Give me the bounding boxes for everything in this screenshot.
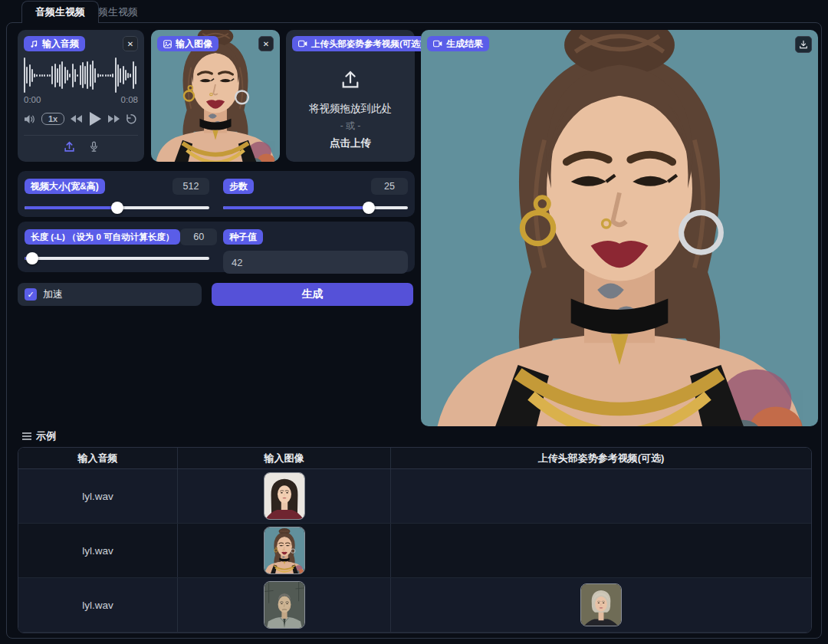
image-close-button[interactable]: ✕ — [258, 36, 274, 51]
audio-time-end: 0:08 — [121, 95, 138, 104]
result-label: 生成结果 — [446, 38, 483, 49]
play-button[interactable] — [89, 112, 101, 126]
accelerate-panel: ✓ 加速 — [18, 283, 202, 306]
slider-row-length-seed: 长度 (-L) （设为 0 可自动计算长度） 60 种子值 42 — [18, 222, 415, 272]
length-slider-handle[interactable] — [26, 252, 38, 264]
example-image-thumbnail[interactable] — [264, 527, 305, 574]
waveform[interactable] — [24, 57, 138, 94]
video-camera-icon — [433, 40, 442, 48]
steps-slider-handle[interactable] — [363, 202, 375, 214]
example-row-3[interactable]: lyl.wav — [18, 578, 811, 632]
pose-video-dropzone[interactable]: 将视频拖放到此处 - 或 - 点击上传 — [286, 70, 415, 150]
steps-badge: 步数 — [223, 179, 254, 194]
examples-table: 输入音频 输入图像 上传头部姿势参考视频(可选) lyl.wav lyl.wav… — [18, 447, 812, 633]
skip-forward-icon[interactable] — [107, 114, 120, 123]
steps-slider[interactable] — [223, 206, 408, 209]
audio-input-label: 输入音频 — [42, 38, 79, 49]
examples-title-text: 示例 — [36, 429, 56, 443]
microphone-icon[interactable] — [89, 141, 99, 153]
result-panel: 生成结果 — [421, 30, 818, 426]
image-icon — [163, 40, 172, 48]
upload-audio-icon[interactable] — [64, 141, 75, 153]
example-image-thumbnail[interactable] — [264, 581, 305, 629]
volume-icon[interactable] — [24, 114, 35, 124]
seed-badge: 种子值 — [223, 229, 263, 245]
skip-back-icon[interactable] — [71, 114, 83, 123]
steps-block: 步数 25 — [223, 178, 408, 210]
playback-speed-button[interactable]: 1x — [41, 113, 64, 125]
trim-undo-icon[interactable] — [126, 114, 136, 124]
column-header-video: 上传头部姿势参考视频(可选) — [391, 448, 811, 468]
pose-video-upload-panel: 上传头部姿势参考视频(可选) 将视频拖放到此处 - 或 - 点击上传 — [286, 30, 415, 162]
drop-hint-text: 将视频拖放到此处 — [286, 102, 415, 116]
image-input-badge: 输入图像 — [157, 36, 219, 51]
steps-value[interactable]: 25 — [371, 178, 408, 195]
example-video-thumbnail[interactable] — [580, 583, 622, 626]
example-image-thumbnail[interactable] — [264, 472, 305, 520]
main-container: 输入音频 ✕ 0:00 0:08 1x — [6, 22, 822, 639]
list-icon — [22, 432, 31, 440]
video-camera-icon — [298, 40, 307, 48]
seed-block: 种子值 42 — [223, 228, 408, 265]
download-button[interactable] — [795, 36, 812, 53]
or-text: - 或 - — [286, 120, 415, 133]
click-upload-text[interactable]: 点击上传 — [286, 136, 415, 150]
seed-input[interactable]: 42 — [223, 251, 408, 274]
download-icon — [799, 40, 808, 49]
slider-row-size-steps: 视频大小(宽&高) 512 步数 25 — [18, 171, 415, 217]
video-size-block: 视频大小(宽&高) 512 — [25, 178, 209, 210]
audio-close-button[interactable]: ✕ — [123, 36, 138, 51]
example-audio-name[interactable]: lyl.wav — [18, 524, 178, 577]
column-header-image: 输入图像 — [178, 448, 391, 468]
audio-input-badge: 输入音频 — [24, 36, 85, 51]
video-size-value[interactable]: 512 — [172, 178, 209, 195]
examples-title: 示例 — [22, 429, 56, 443]
video-size-badge: 视频大小(宽&高) — [25, 179, 105, 194]
example-audio-name[interactable]: lyl.wav — [18, 578, 178, 632]
length-block: 长度 (-L) （设为 0 可自动计算长度） 60 — [25, 228, 209, 265]
accelerate-checkbox[interactable]: ✓ — [25, 288, 37, 301]
video-size-slider-handle[interactable] — [111, 202, 123, 214]
upload-icon — [340, 70, 360, 90]
example-audio-name[interactable]: lyl.wav — [18, 469, 178, 523]
image-input-label: 输入图像 — [176, 38, 212, 49]
examples-header-row: 输入音频 输入图像 上传头部姿势参考视频(可选) — [18, 448, 811, 469]
tab-audio-to-video[interactable]: 音频生视频 — [21, 1, 99, 23]
column-header-audio: 输入音频 — [18, 448, 178, 468]
pose-video-badge: 上传头部姿势参考视频(可选) — [292, 36, 429, 51]
example-row-1[interactable]: lyl.wav — [18, 469, 811, 524]
result-badge: 生成结果 — [427, 36, 489, 51]
length-slider[interactable] — [25, 257, 209, 260]
pose-video-label: 上传头部姿势参考视频(可选) — [311, 38, 423, 49]
length-value[interactable]: 60 — [180, 228, 217, 245]
generate-button[interactable]: 生成 — [212, 283, 413, 306]
video-size-slider[interactable] — [25, 206, 209, 209]
result-video[interactable] — [421, 30, 818, 426]
length-badge: 长度 (-L) （设为 0 可自动计算长度） — [25, 229, 180, 245]
image-input-panel: 输入图像 ✕ — [151, 30, 280, 162]
example-row-2[interactable]: lyl.wav — [18, 524, 811, 578]
audio-input-panel: 输入音频 ✕ 0:00 0:08 1x — [18, 30, 144, 162]
accelerate-label: 加速 — [43, 288, 63, 301]
audio-time-start: 0:00 — [24, 95, 41, 104]
music-note-icon — [30, 40, 38, 48]
